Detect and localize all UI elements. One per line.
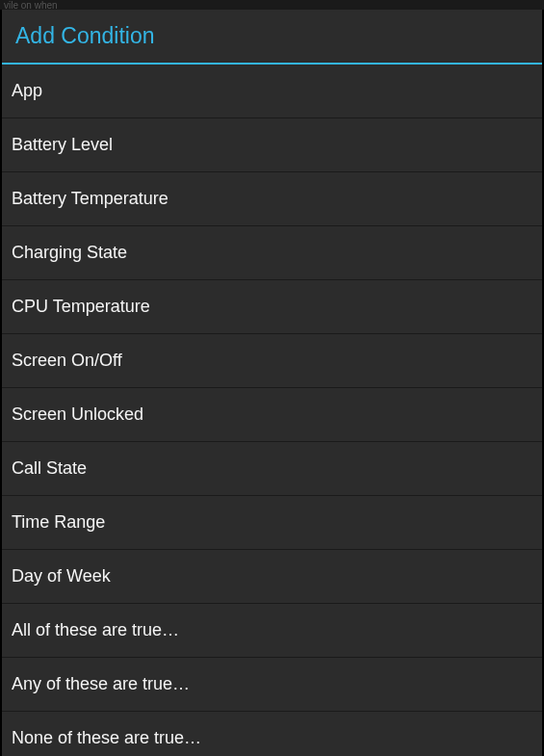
list-item-label: Day of Week (12, 566, 111, 586)
condition-item-screen-on-off[interactable]: Screen On/Off (2, 334, 542, 388)
condition-item-battery-level[interactable]: Battery Level (2, 118, 542, 172)
condition-item-all-true[interactable]: All of these are true… (2, 604, 542, 658)
condition-item-charging-state[interactable]: Charging State (2, 226, 542, 280)
condition-item-cpu-temperature[interactable]: CPU Temperature (2, 280, 542, 334)
list-item-label: All of these are true… (12, 620, 179, 639)
list-item-label: None of these are true… (12, 728, 201, 747)
condition-item-app[interactable]: App (2, 65, 542, 118)
list-item-label: Time Range (12, 512, 105, 532)
list-item-label: Any of these are true… (12, 674, 190, 693)
condition-item-time-range[interactable]: Time Range (2, 496, 542, 550)
list-item-label: App (12, 81, 42, 100)
condition-item-day-of-week[interactable]: Day of Week (2, 550, 542, 604)
condition-item-battery-temperature[interactable]: Battery Temperature (2, 172, 542, 226)
list-item-label: Battery Level (12, 135, 113, 154)
background-window: vile on when (0, 0, 544, 10)
list-item-label: Call State (12, 458, 87, 478)
condition-item-screen-unlocked[interactable]: Screen Unlocked (2, 388, 542, 442)
condition-item-none-true[interactable]: None of these are true… (2, 712, 542, 756)
condition-list[interactable]: App Battery Level Battery Temperature Ch… (2, 65, 542, 756)
list-item-label: CPU Temperature (12, 297, 150, 316)
condition-item-any-true[interactable]: Any of these are true… (2, 658, 542, 712)
list-item-label: Screen Unlocked (12, 404, 143, 424)
add-condition-dialog: Add Condition App Battery Level Battery … (2, 10, 542, 756)
list-item-label: Charging State (12, 243, 127, 262)
dialog-title: Add Condition (15, 23, 529, 49)
list-item-label: Battery Temperature (12, 189, 168, 208)
dialog-header: Add Condition (2, 10, 542, 65)
condition-item-call-state[interactable]: Call State (2, 442, 542, 496)
list-item-label: Screen On/Off (12, 351, 122, 370)
background-text: vile on when (4, 0, 58, 10)
